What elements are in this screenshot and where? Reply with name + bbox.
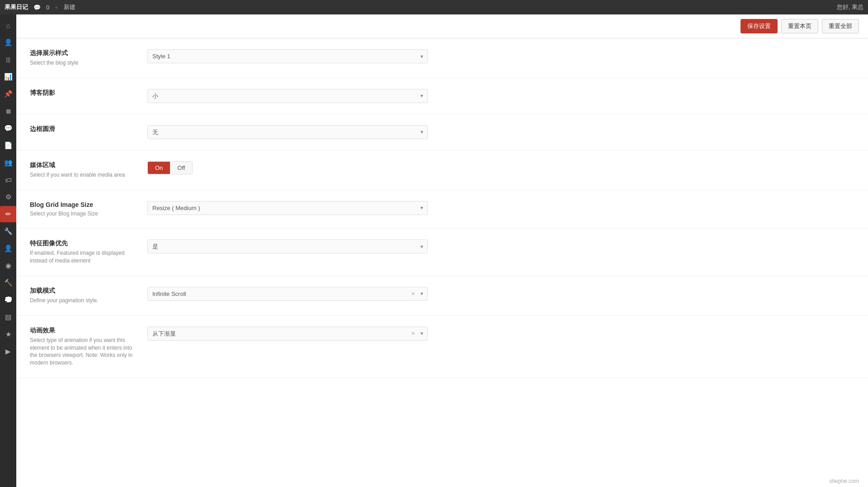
setting-blog-grid-image-size: Blog Grid Image Size Select your Blog Im… bbox=[16, 190, 868, 229]
media-area-toggle: On Off bbox=[147, 161, 193, 174]
top-bar: 果果日记 💬 0 + 新建 您好, 果总 bbox=[0, 0, 868, 14]
setting-featured-image-priority: 特征图像优先 If enabled, Featured image is dis… bbox=[16, 229, 868, 276]
animation-effect-clear-button[interactable]: × bbox=[411, 330, 415, 337]
watermark-text: shephe.com bbox=[830, 478, 859, 484]
blog-grid-image-size-control: Resize ( Medium ) Resize ( Large ) Full … bbox=[147, 201, 854, 215]
blog-shadow-label: 博客阴影 bbox=[30, 89, 138, 97]
sidebar-item-pin[interactable]: 📌 bbox=[0, 86, 16, 102]
setting-label-load-mode: 加载模式 Define your pagination style. bbox=[30, 287, 147, 304]
sidebar-item-grid[interactable]: ▦ bbox=[0, 103, 16, 119]
sidebar-item-home[interactable]: ⌂ bbox=[0, 17, 16, 33]
sidebar-item-person2[interactable]: 👤 bbox=[0, 240, 16, 257]
media-area-label: 媒体区域 bbox=[30, 161, 138, 169]
animation-effect-select[interactable]: 从下渐显 从左渐显 从右渐显 无 bbox=[147, 327, 428, 341]
blog-shadow-control: 无 小 中 大 bbox=[147, 89, 854, 103]
blog-shadow-select-wrapper: 无 小 中 大 bbox=[147, 89, 428, 103]
load-mode-select-wrapper: Infinite Scroll Load More Pagination × ▾ bbox=[147, 287, 428, 301]
animation-effect-description: Select type of animation if you want thi… bbox=[30, 337, 138, 367]
sidebar-item-circle[interactable]: ◉ bbox=[0, 258, 16, 274]
sidebar-item-chat2[interactable]: 💭 bbox=[0, 292, 16, 308]
sidebar-item-play[interactable]: ▶ bbox=[0, 343, 16, 360]
animation-effect-control: 从下渐显 从左渐显 从右渐显 无 × ▾ bbox=[147, 327, 854, 341]
setting-label-media-area: 媒体区域 Select if you want to enable media … bbox=[30, 161, 147, 179]
media-area-control: On Off bbox=[147, 161, 854, 174]
app-logo[interactable]: 果果日记 bbox=[5, 3, 28, 11]
border-radius-label: 边框圆滑 bbox=[30, 125, 138, 133]
sidebar-item-stats[interactable]: ||| bbox=[0, 52, 16, 68]
featured-image-priority-select-wrapper: 是 否 bbox=[147, 239, 428, 253]
setting-label-featured-image-priority: 特征图像优先 If enabled, Featured image is dis… bbox=[30, 239, 147, 265]
display-style-select[interactable]: Style 1 Style 2 Style 3 bbox=[147, 49, 428, 63]
load-mode-select[interactable]: Infinite Scroll Load More Pagination bbox=[147, 287, 428, 301]
blog-shadow-select[interactable]: 无 小 中 大 bbox=[147, 89, 428, 103]
setting-label-blog-shadow: 博客阴影 bbox=[30, 89, 147, 99]
toggle-off-button[interactable]: Off bbox=[170, 162, 192, 174]
sidebar: ⌂ 👤 ||| 📊 📌 ▦ 💬 📄 👥 🏷 ⚙ ✏ 🔧 👤 ◉ 🔨 💭 ▤ ★ … bbox=[0, 14, 16, 487]
reset-all-button[interactable]: 重置全部 bbox=[822, 19, 859, 33]
animation-effect-label: 动画效果 bbox=[30, 327, 138, 335]
setting-blog-shadow: 博客阴影 无 小 中 大 bbox=[16, 78, 868, 114]
toolbar: 保存设置 重置本页 重置全部 bbox=[16, 14, 868, 38]
reset-page-button[interactable]: 重置本页 bbox=[781, 19, 818, 33]
border-radius-control: 无 小 中 大 bbox=[147, 125, 854, 139]
setting-label-animation-effect: 动画效果 Select type of animation if you wan… bbox=[30, 327, 147, 367]
setting-load-mode: 加载模式 Define your pagination style. Infin… bbox=[16, 276, 868, 316]
watermark: shephe.com bbox=[16, 475, 868, 487]
top-bar-left: 果果日记 💬 0 + 新建 bbox=[5, 3, 75, 11]
blog-grid-image-size-select-wrapper: Resize ( Medium ) Resize ( Large ) Full … bbox=[147, 201, 428, 215]
settings-content: 选择展示样式 Select the blog style Style 1 Sty… bbox=[16, 38, 868, 475]
sidebar-item-star[interactable]: ★ bbox=[0, 326, 16, 342]
setting-label-border-radius: 边框圆滑 bbox=[30, 125, 147, 135]
sidebar-item-wrench[interactable]: 🔧 bbox=[0, 223, 16, 239]
sidebar-item-people[interactable]: 👥 bbox=[0, 155, 16, 171]
sidebar-item-comment[interactable]: 💬 bbox=[0, 120, 16, 136]
setting-border-radius: 边框圆滑 无 小 中 大 bbox=[16, 114, 868, 150]
setting-label-display-style: 选择展示样式 Select the blog style bbox=[30, 49, 147, 67]
featured-image-priority-label: 特征图像优先 bbox=[30, 239, 138, 248]
user-greeting: 您好, 果总 bbox=[837, 3, 863, 11]
toggle-on-button[interactable]: On bbox=[148, 162, 170, 174]
sidebar-item-pencil[interactable]: ✏ bbox=[0, 206, 16, 222]
load-mode-label: 加载模式 bbox=[30, 287, 138, 295]
border-radius-select-wrapper: 无 小 中 大 bbox=[147, 125, 428, 139]
blog-grid-image-size-description: Select your Blog Image Size bbox=[30, 210, 138, 218]
separator: + bbox=[55, 4, 58, 11]
save-button[interactable]: 保存设置 bbox=[741, 19, 778, 33]
main-area: 保存设置 重置本页 重置全部 选择展示样式 Select the blog st… bbox=[16, 14, 868, 487]
load-mode-description: Define your pagination style. bbox=[30, 297, 138, 304]
sidebar-item-table[interactable]: ▤ bbox=[0, 309, 16, 325]
sidebar-item-doc[interactable]: 📄 bbox=[0, 137, 16, 154]
comment-count: 0 bbox=[46, 4, 49, 11]
setting-animation-effect: 动画效果 Select type of animation if you wan… bbox=[16, 316, 868, 378]
blog-grid-image-size-select[interactable]: Resize ( Medium ) Resize ( Large ) Full … bbox=[147, 201, 428, 215]
display-style-select-wrapper: Style 1 Style 2 Style 3 bbox=[147, 49, 428, 63]
setting-display-style: 选择展示样式 Select the blog style Style 1 Sty… bbox=[16, 38, 868, 78]
sidebar-item-chart[interactable]: 📊 bbox=[0, 69, 16, 85]
featured-image-priority-description: If enabled, Featured image is displayed … bbox=[30, 249, 138, 265]
setting-label-blog-grid-image-size: Blog Grid Image Size Select your Blog Im… bbox=[30, 201, 147, 218]
featured-image-priority-control: 是 否 bbox=[147, 239, 854, 253]
setting-media-area: 媒体区域 Select if you want to enable media … bbox=[16, 150, 868, 190]
new-button[interactable]: 新建 bbox=[64, 3, 75, 11]
border-radius-select[interactable]: 无 小 中 大 bbox=[147, 125, 428, 139]
sidebar-item-settings[interactable]: ⚙ bbox=[0, 189, 16, 205]
comment-icon[interactable]: 💬 bbox=[33, 4, 41, 11]
layout: ⌂ 👤 ||| 📊 📌 ▦ 💬 📄 👥 🏷 ⚙ ✏ 🔧 👤 ◉ 🔨 💭 ▤ ★ … bbox=[0, 14, 868, 487]
sidebar-item-user[interactable]: 👤 bbox=[0, 34, 16, 51]
display-style-label: 选择展示样式 bbox=[30, 49, 138, 57]
media-area-description: Select if you want to enable media area bbox=[30, 171, 138, 179]
load-mode-control: Infinite Scroll Load More Pagination × ▾ bbox=[147, 287, 854, 301]
display-style-control: Style 1 Style 2 Style 3 bbox=[147, 49, 854, 63]
blog-grid-image-size-label: Blog Grid Image Size bbox=[30, 201, 138, 208]
sidebar-item-tools[interactable]: 🔨 bbox=[0, 275, 16, 291]
display-style-description: Select the blog style bbox=[30, 59, 138, 67]
sidebar-item-tag[interactable]: 🏷 bbox=[0, 172, 16, 188]
featured-image-priority-select[interactable]: 是 否 bbox=[147, 239, 428, 253]
load-mode-clear-button[interactable]: × bbox=[411, 290, 415, 297]
animation-effect-select-wrapper: 从下渐显 从左渐显 从右渐显 无 × ▾ bbox=[147, 327, 428, 341]
